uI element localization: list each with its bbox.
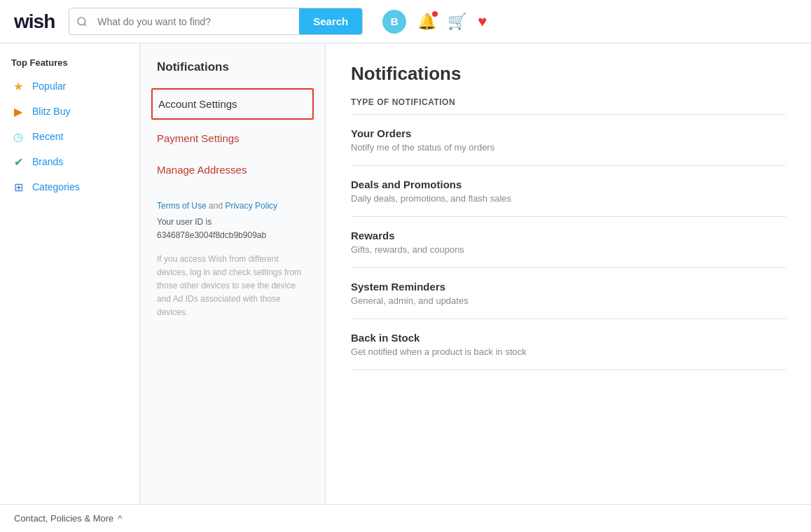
recent-icon: ◷ — [11, 130, 25, 144]
svg-point-0 — [78, 18, 85, 25]
chevron-up-icon: ^ — [118, 513, 122, 524]
sidebar-section-title: Top Features — [0, 55, 139, 74]
footer[interactable]: Contact, Policies & More ^ — [0, 504, 811, 532]
mid-item-manage-addresses[interactable]: Manage Addresses — [140, 154, 325, 186]
mid-item-payment-settings[interactable]: Payment Settings — [140, 122, 325, 154]
sidebar-label-blitz: Blitz Buy — [32, 106, 70, 117]
sidebar-item-recent[interactable]: ◷ Recent — [0, 124, 139, 149]
notif-item-orders: Your Orders Notify me of the status of m… — [351, 115, 786, 166]
categories-icon: ⊞ — [11, 180, 25, 194]
search-input[interactable] — [95, 10, 299, 33]
notif-item-rewards: Rewards Gifts, rewards, and coupons — [351, 217, 786, 268]
sidebar-label-recent: Recent — [32, 131, 63, 142]
notif-title-system: System Reminders — [351, 281, 786, 293]
notif-title-orders: Your Orders — [351, 127, 786, 139]
notif-title-rewards: Rewards — [351, 230, 786, 241]
and-text: and — [209, 201, 225, 211]
notif-desc-rewards: Gifts, rewards, and coupons — [351, 244, 786, 255]
notif-desc-system: General, admin, and updates — [351, 295, 786, 306]
notif-title-stock: Back in Stock — [351, 332, 786, 344]
content-panel: Notifications TYPE OF NOTIFICATION Your … — [326, 43, 811, 504]
notif-type-header: TYPE OF NOTIFICATION — [351, 97, 786, 115]
logo[interactable]: wish — [14, 10, 55, 33]
mid-panel: Notifications Account Settings Payment S… — [140, 43, 326, 504]
header: wish Search B 🔔 🛒 ♥ — [0, 0, 811, 43]
mid-footer: Terms of Use and Privacy Policy Your use… — [140, 186, 325, 334]
notif-title-deals: Deals and Promotions — [351, 178, 786, 190]
notif-desc-stock: Get notified when a product is back in s… — [351, 346, 786, 357]
blitz-icon: ▶ — [11, 104, 25, 118]
device-notice: If you access Wish from different device… — [157, 253, 308, 320]
sidebar-label-categories: Categories — [32, 181, 80, 192]
page-title: Notifications — [351, 63, 786, 85]
mid-item-account-settings[interactable]: Account Settings — [151, 88, 314, 120]
notif-item-deals: Deals and Promotions Daily deals, promot… — [351, 166, 786, 217]
notif-desc-deals: Daily deals, promotions, and flash sales — [351, 193, 786, 204]
brands-icon: ✔ — [11, 155, 25, 169]
search-icon — [69, 10, 95, 33]
avatar[interactable]: B — [382, 10, 406, 34]
user-id-text: Your user ID is 6346878e3004f8dcb9b909ab — [157, 216, 308, 242]
notif-desc-orders: Notify me of the status of my orders — [351, 142, 786, 153]
star-icon: ★ — [11, 79, 25, 93]
sidebar: Top Features ★ Popular ▶ Blitz Buy ◷ Rec… — [0, 43, 140, 504]
sidebar-label-brands: Brands — [32, 156, 63, 167]
header-icons: B 🔔 🛒 ♥ — [382, 10, 487, 34]
mid-section-title: Notifications — [140, 55, 325, 85]
cart-icon[interactable]: 🛒 — [448, 13, 466, 31]
privacy-link[interactable]: Privacy Policy — [225, 201, 277, 211]
svg-line-1 — [84, 24, 86, 26]
notif-item-stock: Back in Stock Get notified when a produc… — [351, 319, 786, 370]
notif-item-system: System Reminders General, admin, and upd… — [351, 268, 786, 319]
search-button[interactable]: Search — [299, 8, 362, 34]
sidebar-item-popular[interactable]: ★ Popular — [0, 74, 139, 99]
sidebar-item-brands[interactable]: ✔ Brands — [0, 149, 139, 174]
terms-link[interactable]: Terms of Use — [157, 201, 207, 211]
sidebar-label-popular: Popular — [32, 80, 66, 92]
bell-icon[interactable]: 🔔 — [417, 13, 436, 31]
notification-dot — [432, 11, 438, 17]
sidebar-item-blitz-buy[interactable]: ▶ Blitz Buy — [0, 99, 139, 124]
search-bar: Search — [69, 8, 363, 35]
main-container: Top Features ★ Popular ▶ Blitz Buy ◷ Rec… — [0, 43, 811, 504]
sidebar-item-categories[interactable]: ⊞ Categories — [0, 174, 139, 200]
heart-icon[interactable]: ♥ — [478, 13, 487, 31]
footer-label: Contact, Policies & More — [14, 513, 113, 524]
